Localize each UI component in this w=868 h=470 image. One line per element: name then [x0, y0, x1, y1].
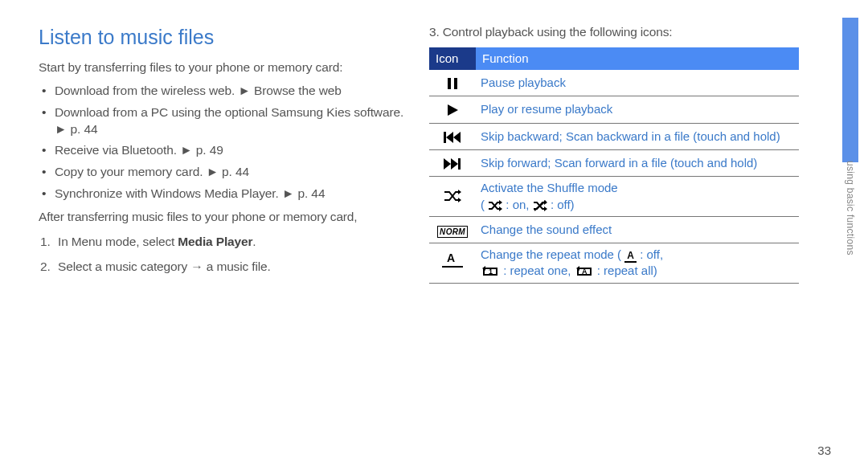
- repeat-one-text: : repeat one,: [503, 264, 574, 277]
- step-text: .: [252, 235, 256, 248]
- svg-marker-13: [544, 206, 547, 211]
- repeat-off-icon: A: [624, 250, 637, 263]
- repeat-off-text: : off,: [640, 247, 663, 261]
- open-paren: (: [481, 198, 488, 211]
- right-column: 3. Control playback using the following …: [429, 24, 799, 454]
- step-item: Select a music category → a music file.: [39, 259, 408, 276]
- bullet-item: Download from the wireless web. ► Browse…: [39, 83, 408, 100]
- svg-marker-12: [499, 200, 502, 205]
- func-cell: Change the repeat mode ( A : off, 1 : re…: [476, 243, 799, 284]
- th-icon: Icon: [429, 47, 476, 70]
- after-text: After transferring music files to your p…: [39, 209, 408, 226]
- table-row: Change the repeat mode ( A : off, 1 : re…: [429, 243, 799, 284]
- table-row: Skip backward; Scan backward in a file (…: [429, 123, 799, 149]
- side-tab-label: using basic functions: [844, 161, 857, 255]
- shuffle-on-icon: [488, 200, 502, 211]
- on-text: : on,: [506, 198, 532, 211]
- table-row: Activate the Shuffle mode ( : on, : off): [429, 177, 799, 217]
- steps-list: In Menu mode, select Media Player. Selec…: [39, 234, 408, 276]
- repeat-icon: [429, 243, 476, 284]
- svg-marker-2: [448, 104, 458, 116]
- svg-marker-5: [453, 132, 461, 143]
- svg-marker-10: [458, 190, 461, 194]
- play-icon: [429, 96, 476, 123]
- svg-marker-9: [458, 198, 461, 202]
- shuffle-off-icon: [533, 200, 547, 211]
- svg-text:A: A: [582, 268, 588, 276]
- shuffle-text: Activate the Shuffle mode: [481, 181, 618, 194]
- bullet-text: Copy to your memory card.: [55, 165, 207, 178]
- repeat-text: Change the repeat mode (: [481, 247, 624, 261]
- left-column: Listen to music files Start by transferr…: [39, 24, 408, 454]
- pause-icon: [429, 70, 476, 96]
- page-ref: ► p. 49: [180, 143, 223, 157]
- step-3-text: 3. Control playback using the following …: [429, 24, 799, 41]
- table-row: Play or resume playback: [429, 96, 799, 123]
- page-ref: ► p. 44: [282, 186, 325, 200]
- step-text: Select a music category → a music file.: [58, 260, 271, 273]
- bullet-item: Download from a PC using the optional Sa…: [39, 104, 408, 138]
- bullet-item: Synchronize with Windows Media Player. ►…: [39, 186, 408, 202]
- func-cell: Skip forward; Scan forward in a file (to…: [476, 150, 799, 177]
- svg-marker-7: [451, 158, 458, 170]
- bullet-text: Download from the wireless web.: [55, 84, 239, 97]
- icon-table: Icon Function Pause playback Play or res…: [429, 47, 799, 284]
- svg-rect-0: [448, 78, 451, 89]
- repeat-one-icon: 1: [481, 266, 500, 277]
- step-bold: Media Player: [178, 235, 252, 248]
- repeat-all-icon: A: [575, 266, 594, 277]
- bullet-list: Download from the wireless web. ► Browse…: [39, 83, 408, 203]
- func-cell: Change the sound effect: [476, 216, 799, 243]
- svg-rect-8: [458, 158, 461, 170]
- bullet-item: Receive via Bluetooth. ► p. 49: [39, 142, 408, 159]
- page-ref: ► p. 44: [55, 122, 97, 136]
- side-tab: using basic functions: [834, 0, 858, 470]
- intro-text: Start by transferring files to your phon…: [39, 59, 408, 76]
- page-number: 33: [817, 443, 831, 459]
- norm-icon: NORM: [429, 216, 476, 243]
- table-row: Skip forward; Scan forward in a file (to…: [429, 150, 799, 177]
- svg-marker-11: [499, 206, 502, 211]
- repeat-all-text: : repeat all): [597, 264, 657, 277]
- func-cell: Skip backward; Scan backward in a file (…: [476, 123, 799, 149]
- off-text: : off): [551, 198, 575, 211]
- svg-rect-3: [444, 132, 446, 143]
- th-function: Function: [476, 47, 799, 70]
- section-title: Listen to music files: [39, 24, 408, 51]
- svg-marker-6: [444, 158, 451, 170]
- step-text: In Menu mode, select: [58, 235, 178, 248]
- svg-marker-4: [446, 132, 453, 143]
- step-item: In Menu mode, select Media Player.: [39, 234, 408, 251]
- skip-back-icon: [429, 123, 476, 149]
- page-ref: ► p. 44: [207, 165, 249, 178]
- func-cell: Play or resume playback: [476, 96, 799, 123]
- bullet-text: Download from a PC using the optional Sa…: [55, 105, 403, 119]
- bullet-item: Copy to your memory card. ► p. 44: [39, 164, 408, 181]
- bullet-text: Synchronize with Windows Media Player.: [55, 186, 282, 200]
- side-tab-band: [842, 18, 858, 162]
- skip-forward-icon: [429, 150, 476, 177]
- table-row: NORM Change the sound effect: [429, 216, 799, 243]
- bullet-text: Receive via Bluetooth.: [55, 143, 180, 157]
- svg-rect-1: [454, 78, 457, 89]
- shuffle-icon: [429, 177, 476, 217]
- manual-page: Listen to music files Start by transferr…: [0, 0, 868, 470]
- page-ref: ► Browse the web: [239, 84, 342, 97]
- svg-text:1: 1: [489, 268, 493, 276]
- table-row: Pause playback: [429, 70, 799, 96]
- func-cell: Activate the Shuffle mode ( : on, : off): [476, 177, 799, 217]
- func-cell: Pause playback: [476, 70, 799, 96]
